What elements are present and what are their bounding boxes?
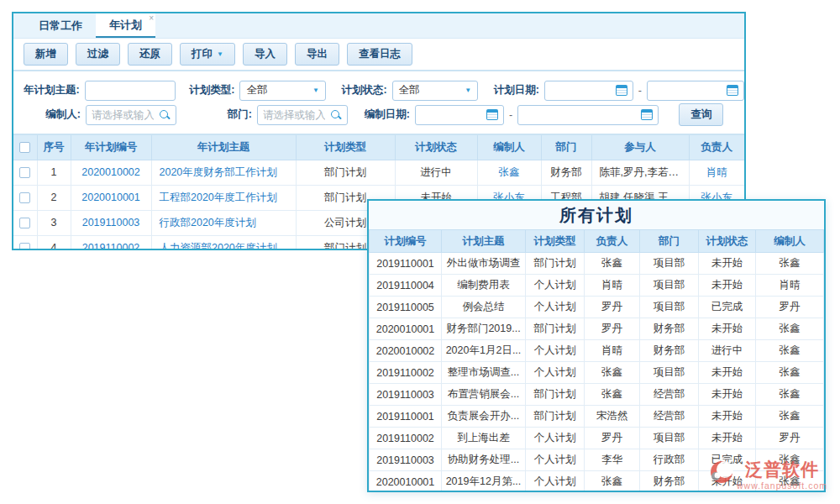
cell: 整理市场调查... — [442, 362, 526, 384]
cell: 部门计划 — [526, 253, 585, 275]
cell: 2019110001 — [370, 253, 442, 275]
column-header[interactable]: 计划状态 — [699, 230, 756, 253]
export-button[interactable]: 导出 — [295, 43, 339, 66]
plan-date-to[interactable] — [647, 81, 744, 101]
cell-link[interactable]: 行政部2020年度计划 — [160, 217, 256, 228]
table-row[interactable]: 20200100022020年1月2日...个人计划肖晴财务部进行中张鑫 — [370, 340, 824, 362]
view-log-button[interactable]: 查看日志 — [347, 43, 412, 66]
compiler-combo[interactable] — [86, 105, 176, 125]
column-header[interactable]: 编制人 — [756, 230, 824, 253]
search-button[interactable]: 查询 — [679, 103, 723, 126]
column-header[interactable]: 编制人 — [477, 134, 541, 160]
table-header-row: 序号年计划编号年计划主题计划类型计划状态编制人部门参与人负责人 — [13, 134, 744, 160]
table-row[interactable]: 2019110005例会总结个人计划罗丹项目部已完成罗丹 — [370, 297, 824, 318]
select-all-checkbox[interactable] — [19, 142, 30, 153]
calendar-icon[interactable] — [616, 85, 627, 96]
tab-daily-work[interactable]: 日常工作 — [25, 13, 96, 38]
column-header[interactable]: 计划类型 — [526, 230, 585, 253]
close-icon[interactable]: × — [149, 14, 154, 23]
column-header[interactable]: 计划编号 — [370, 230, 442, 253]
cell: 经营部 — [640, 406, 699, 428]
import-button[interactable]: 导入 — [243, 43, 287, 66]
cell: 到上海出差 — [442, 428, 526, 449]
department-input[interactable] — [258, 107, 330, 123]
print-button[interactable]: 打印 ▼ — [180, 43, 235, 66]
search-icon[interactable] — [330, 109, 342, 121]
row-checkbox[interactable] — [19, 243, 30, 250]
cell-link[interactable]: 2019110002 — [82, 242, 140, 250]
table-row[interactable]: 2019110001外出做市场调查部门计划张鑫项目部未开始张鑫 — [370, 253, 824, 275]
cell-link[interactable]: 2019110003 — [82, 217, 140, 228]
cell: 进行中 — [395, 160, 477, 185]
compile-date-to[interactable] — [517, 105, 659, 125]
cell: 1 — [37, 160, 71, 185]
table-row[interactable]: 2020010001财务部门2019...部门计划罗丹财务部未开始张鑫 — [370, 318, 824, 340]
tab-label: 日常工作 — [39, 19, 82, 32]
date-input[interactable] — [416, 107, 486, 123]
row-checkbox[interactable] — [19, 167, 30, 178]
cell: 肖晴 — [585, 340, 640, 362]
column-header[interactable]: 年计划编号 — [71, 134, 151, 160]
cell: 张鑫 — [756, 340, 824, 362]
calendar-icon[interactable] — [641, 109, 653, 120]
column-header[interactable]: 序号 — [37, 134, 71, 160]
calendar-icon[interactable] — [727, 85, 738, 96]
cell-link[interactable]: 工程部2020年度工作计划 — [160, 192, 277, 203]
cell: 罗丹 — [756, 297, 824, 318]
all-plans-table: 计划编号计划主题计划类型负责人部门计划状态编制人 2019110001外出做市场… — [369, 229, 824, 492]
row-checkbox[interactable] — [19, 192, 30, 203]
table-row[interactable]: 2019110002到上海出差个人计划罗丹项目部未开始罗丹 — [370, 428, 824, 449]
column-header[interactable]: 负责人 — [689, 134, 744, 160]
cell: 个人计划 — [526, 340, 585, 362]
button-label: 导入 — [255, 47, 276, 61]
table-row[interactable]: 2019110002整理市场调查...个人计划张鑫项目部未开始张鑫 — [370, 362, 824, 384]
cell: 2019110003 — [370, 449, 442, 471]
plan-type-select[interactable]: 全部 ▼ — [239, 81, 325, 101]
selected-value: 全部 — [399, 83, 420, 97]
column-header[interactable]: 计划状态 — [395, 134, 477, 160]
chevron-down-icon: ▼ — [217, 51, 223, 58]
cell-link[interactable]: 张鑫 — [499, 166, 520, 178]
column-header[interactable]: 参与人 — [591, 134, 689, 160]
column-header[interactable]: 计划主题 — [442, 230, 526, 253]
restore-button[interactable]: 还原 — [128, 43, 172, 66]
cell-link[interactable]: 肖晴 — [706, 166, 727, 178]
cell: 行政部 — [640, 449, 699, 471]
calendar-icon[interactable] — [486, 109, 498, 120]
compiler-input[interactable] — [87, 107, 159, 123]
column-header[interactable]: 负责人 — [585, 230, 640, 253]
column-header[interactable]: 部门 — [541, 134, 591, 160]
tab-annual-plan[interactable]: 年计划 × — [96, 13, 155, 38]
date-input[interactable] — [648, 82, 727, 99]
column-header[interactable]: 部门 — [640, 230, 699, 253]
cell-link[interactable]: 2020010001 — [81, 192, 140, 203]
plan-date-from[interactable] — [544, 81, 633, 101]
table-row[interactable]: 2019110004编制费用表个人计划肖晴项目部未开始肖晴 — [370, 275, 824, 297]
search-icon[interactable] — [159, 109, 171, 121]
cell-checkbox — [13, 235, 37, 250]
date-input[interactable] — [518, 107, 641, 123]
button-label: 新增 — [35, 47, 56, 61]
row-checkbox[interactable] — [19, 218, 30, 228]
cell-link[interactable]: 人力资源部2020年度计划 — [160, 242, 277, 251]
cell: 财务部 — [640, 471, 699, 493]
table-row[interactable]: 2019110003协助财务处理...个人计划李华行政部已完成张鑫 — [370, 449, 824, 471]
topic-input[interactable] — [85, 81, 176, 101]
compile-date-from[interactable] — [415, 105, 504, 125]
table-row[interactable]: 120200100022020年度财务部工作计划部门计划进行中张鑫财务部陈菲,罗… — [13, 160, 744, 185]
table-row[interactable]: 20200100012019年12月第...个人计划张鑫财务部未开始张鑫 — [370, 471, 824, 493]
cell: 陈菲,罗丹,李若若,罗... — [591, 160, 689, 185]
column-header[interactable]: 年计划主题 — [151, 134, 296, 160]
cell: 2019110004 — [370, 275, 442, 297]
plan-status-select[interactable]: 全部 ▼ — [392, 81, 478, 101]
table-row[interactable]: 2019110003布置营销展会...部门计划张鑫经营部未开始张鑫 — [370, 384, 824, 406]
cell: 罗丹 — [585, 318, 640, 340]
date-input[interactable] — [545, 82, 616, 99]
column-header[interactable]: 计划类型 — [296, 134, 395, 160]
add-button[interactable]: 新增 — [24, 43, 68, 66]
table-row[interactable]: 2019110001负责展会开办...部门计划宋浩然经营部未开始张鑫 — [370, 406, 824, 428]
cell-link[interactable]: 2020010002 — [81, 166, 140, 178]
department-combo[interactable] — [257, 105, 348, 125]
filter-button[interactable]: 过滤 — [76, 43, 120, 66]
cell-link[interactable]: 2020年度财务部工作计划 — [160, 166, 277, 178]
